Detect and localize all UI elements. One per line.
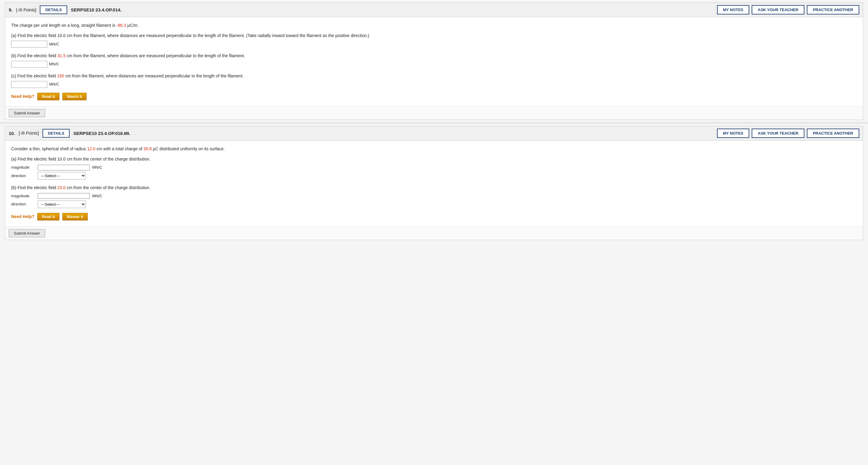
question-9-part-a-label: (a) Find the electric field 10.0 cm from…: [11, 32, 857, 39]
question-9-details-button[interactable]: DETAILS: [40, 5, 67, 14]
question-10-part-b-direction-label: direction: [11, 201, 35, 207]
question-10-part-a-magnitude-input[interactable]: [38, 165, 90, 170]
read-it-button-10[interactable]: Read It: [37, 213, 59, 221]
ask-teacher-button-9[interactable]: ASK YOUR TEACHER: [752, 5, 804, 14]
ask-teacher-button-10[interactable]: ASK YOUR TEACHER: [752, 129, 804, 138]
practice-another-button-9[interactable]: PRACTICE ANOTHER: [807, 5, 859, 14]
question-9-part-b-suffix: cm from the filament, where distances ar…: [66, 53, 245, 58]
question-9-part-b-prefix: (b) Find the electric field: [11, 53, 57, 58]
question-10-need-help: Need Help? Read It Master It: [11, 213, 857, 221]
question-10-intro-1: Consider a thin, spherical shell of radi…: [11, 146, 87, 151]
practice-another-button-10[interactable]: PRACTICE ANOTHER: [807, 129, 859, 138]
question-10-part-a-unit: MN/C: [92, 164, 102, 171]
question-9-submit-row: Submit Answer: [5, 106, 863, 120]
question-10-part-b-magnitude-input[interactable]: [38, 193, 90, 199]
question-10-part-b-magnitude-row: magnitude MN/C: [11, 193, 857, 199]
question-9-part-b-input[interactable]: [11, 61, 47, 68]
question-10-number: 10.: [9, 131, 15, 136]
question-10-part-b-highlight: 23.0: [57, 185, 65, 190]
question-10-submit-row: Submit Answer: [5, 227, 863, 240]
question-9-part-c-suffix: cm from the filament, where distances ar…: [64, 73, 244, 78]
question-9-number: 9.: [9, 7, 13, 12]
my-notes-button-9[interactable]: MY NOTES: [717, 5, 749, 14]
question-9: 9. [-/6 Points] DETAILS SERPSE10 23.4.OP…: [5, 2, 863, 120]
question-10-code: SERPSE10 23.4.OP.016.MI.: [73, 131, 713, 136]
question-10-part-b-prefix: (b) Find the electric field: [11, 185, 57, 190]
question-9-need-help-label: Need Help?: [11, 94, 34, 99]
question-9-part-b-label: (b) Find the electric field 31.5 cm from…: [11, 53, 857, 60]
divider: [0, 122, 868, 124]
question-10-need-help-label: Need Help?: [11, 214, 34, 219]
question-9-header: 9. [-/6 Points] DETAILS SERPSE10 23.4.OP…: [5, 3, 863, 17]
question-10-part-a-label: (a) Find the electric field 10.0 cm from…: [11, 156, 857, 163]
question-10-part-a: (a) Find the electric field 10.0 cm from…: [11, 156, 857, 179]
question-10-header: 10. [-/6 Points] DETAILS SERPSE10 23.4.O…: [5, 126, 863, 141]
question-9-points: [-/6 Points]: [16, 7, 36, 12]
question-9-part-c-prefix: (c) Find the electric field: [11, 73, 57, 78]
question-10-part-b-magnitude-label: magnitude: [11, 193, 35, 199]
question-10: 10. [-/6 Points] DETAILS SERPSE10 23.4.O…: [5, 126, 863, 240]
question-10-points: [-/6 Points]: [19, 131, 39, 135]
question-9-part-a: (a) Find the electric field 10.0 cm from…: [11, 32, 857, 47]
question-9-need-help: Need Help? Read It Watch It: [11, 93, 857, 100]
master-it-button-10[interactable]: Master It: [62, 213, 87, 221]
question-9-part-b-input-row: MN/C: [11, 61, 857, 68]
question-10-part-b: (b) Find the electric field 23.0 cm from…: [11, 184, 857, 208]
question-9-body: The charge per unit length on a long, st…: [5, 17, 863, 106]
question-9-part-b: (b) Find the electric field 31.5 cm from…: [11, 53, 857, 68]
question-10-part-a-direction-select[interactable]: ---Select--- radially inward radially ou…: [38, 172, 86, 179]
question-9-code: SERPSE10 23.4.OP.014.: [71, 7, 713, 12]
question-10-details-button[interactable]: DETAILS: [42, 129, 70, 138]
question-10-part-a-magnitude-label: magnitude: [11, 164, 35, 171]
watch-it-button-9[interactable]: Watch It: [62, 93, 87, 100]
question-10-actions: MY NOTES ASK YOUR TEACHER PRACTICE ANOTH…: [717, 129, 859, 138]
question-9-text-before: The charge per unit length on a long, st…: [11, 23, 116, 28]
question-9-part-a-unit: MN/C: [49, 41, 59, 47]
question-10-intro-3: μC distributed uniformly on its surface.: [152, 146, 224, 151]
question-10-body: Consider a thin, spherical shell of radi…: [5, 141, 863, 227]
question-9-part-c-unit: MN/C: [49, 81, 59, 88]
question-9-part-c-input[interactable]: [11, 81, 47, 88]
question-9-part-c-input-row: MN/C: [11, 81, 857, 88]
question-9-part-a-input[interactable]: [11, 41, 47, 47]
question-10-radius: 12.0: [87, 146, 95, 151]
question-10-part-b-direction-select[interactable]: ---Select--- radially inward radially ou…: [38, 201, 86, 208]
submit-answer-10[interactable]: Submit Answer: [9, 229, 45, 237]
question-10-intro: Consider a thin, spherical shell of radi…: [11, 145, 857, 152]
question-9-part-b-highlight: 31.5: [57, 53, 65, 58]
my-notes-button-10[interactable]: MY NOTES: [717, 129, 749, 138]
question-9-text-after: μC/m.: [126, 23, 138, 28]
question-9-part-c-label: (c) Find the electric field 150 cm from …: [11, 73, 857, 80]
question-10-charge2: 35.8: [144, 146, 152, 151]
question-10-intro-2: cm with a total charge of: [95, 146, 144, 151]
question-10-part-b-direction-row: direction ---Select--- radially inward r…: [11, 201, 857, 208]
question-9-text: The charge per unit length on a long, st…: [11, 22, 857, 29]
question-9-charge: -86.3: [116, 23, 126, 28]
question-9-part-a-input-row: MN/C: [11, 41, 857, 47]
question-10-part-b-unit: MN/C: [92, 193, 102, 199]
question-9-part-c-highlight: 150: [57, 73, 64, 78]
question-10-part-a-direction-label: direction: [11, 173, 35, 179]
question-9-part-b-unit: MN/C: [49, 61, 59, 67]
question-10-part-a-magnitude-row: magnitude MN/C: [11, 164, 857, 171]
submit-answer-9[interactable]: Submit Answer: [9, 109, 45, 117]
question-10-part-b-label: (b) Find the electric field 23.0 cm from…: [11, 184, 857, 192]
read-it-button-9[interactable]: Read It: [37, 93, 59, 100]
question-10-part-b-suffix: cm from the center of the charge distrib…: [66, 185, 151, 190]
question-9-part-c: (c) Find the electric field 150 cm from …: [11, 73, 857, 88]
question-10-part-a-direction-row: direction ---Select--- radially inward r…: [11, 172, 857, 179]
question-9-actions: MY NOTES ASK YOUR TEACHER PRACTICE ANOTH…: [717, 5, 859, 14]
